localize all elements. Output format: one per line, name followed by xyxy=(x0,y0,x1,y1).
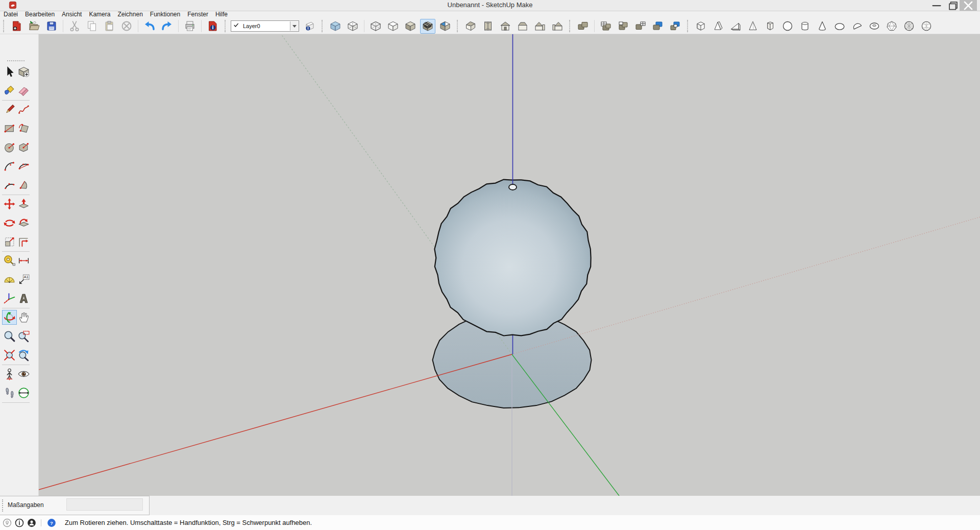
rotate-tool[interactable] xyxy=(2,215,17,230)
print-button[interactable] xyxy=(182,19,198,34)
orbit-tool[interactable] xyxy=(2,310,17,325)
two-point-arc-tool[interactable] xyxy=(16,159,31,174)
pyramid-shape-button[interactable] xyxy=(745,19,761,34)
push-pull-tool[interactable] xyxy=(16,197,31,211)
help-button[interactable]: ? xyxy=(46,518,57,528)
menu-fenster[interactable]: Fenster xyxy=(184,11,212,18)
offset-tool[interactable] xyxy=(16,234,31,249)
toolbar-drag-handle-layers[interactable] xyxy=(225,20,227,32)
toolbar-drag-handle-solid-tools[interactable] xyxy=(569,20,572,32)
toolbar-drag-handle-face-style[interactable] xyxy=(322,20,324,32)
pie-tool[interactable] xyxy=(16,178,31,192)
circle-tool[interactable] xyxy=(2,140,17,155)
menu-hilfe[interactable]: Hilfe xyxy=(212,11,231,18)
menu-zeichnen[interactable]: Zeichnen xyxy=(114,11,146,18)
wedge-shape-button[interactable] xyxy=(728,19,743,34)
shaded-textures-button[interactable] xyxy=(420,19,435,34)
right-view-button[interactable] xyxy=(550,19,565,34)
layer-manager-button[interactable] xyxy=(302,19,317,34)
back-edges-button[interactable] xyxy=(345,19,360,34)
new-file-button[interactable] xyxy=(9,19,24,34)
geodesic-sphere-shape-button[interactable] xyxy=(901,19,917,34)
3d-text-tool[interactable] xyxy=(16,291,31,306)
follow-me-tool[interactable] xyxy=(16,215,31,230)
geolocation-button[interactable] xyxy=(2,518,12,528)
box-shape-button[interactable] xyxy=(693,19,708,34)
eraser-tool[interactable] xyxy=(16,83,31,98)
prism-shape-button[interactable] xyxy=(710,19,726,34)
xray-button[interactable] xyxy=(328,19,343,34)
section-plane-tool[interactable] xyxy=(16,386,31,400)
line-tool[interactable] xyxy=(2,102,17,117)
half-cylinder-shape-button[interactable] xyxy=(849,19,865,34)
sphere[interactable] xyxy=(434,180,591,336)
measurements-input[interactable] xyxy=(66,498,143,511)
menu-datei[interactable]: Datei xyxy=(0,11,21,18)
paint-bucket-tool[interactable] xyxy=(2,83,17,98)
trim-button[interactable] xyxy=(650,19,666,34)
cylinder-solid-shape-button[interactable] xyxy=(763,19,778,34)
freehand-tool[interactable] xyxy=(16,102,31,117)
toolbar-drag-handle-shapes[interactable] xyxy=(687,20,690,32)
position-camera-tool[interactable] xyxy=(2,367,17,381)
zoom-window-tool[interactable] xyxy=(16,329,31,344)
icosahedron-shape-button[interactable] xyxy=(884,19,899,34)
ellipsoid-shape-button[interactable] xyxy=(832,19,847,34)
undo-button[interactable] xyxy=(142,19,157,34)
top-view-button[interactable] xyxy=(480,19,496,34)
hidden-line-button[interactable] xyxy=(385,19,401,34)
rotated-rectangle-tool[interactable] xyxy=(16,121,31,136)
sphere-shape-button[interactable] xyxy=(780,19,795,34)
cut-button[interactable] xyxy=(67,19,82,34)
cone-shape-button[interactable] xyxy=(815,19,830,34)
front-view-button[interactable] xyxy=(498,19,513,34)
viewport-3d[interactable] xyxy=(39,34,980,496)
polygon-tool[interactable] xyxy=(16,140,31,155)
outer-shell-button[interactable] xyxy=(575,19,591,34)
text-tool[interactable]: A1 xyxy=(16,272,31,287)
layer-dropdown[interactable]: Layer0 xyxy=(231,20,299,32)
intersect-button[interactable] xyxy=(598,19,614,34)
left-view-button[interactable] xyxy=(532,19,548,34)
menu-kamera[interactable]: Kamera xyxy=(85,11,114,18)
chevron-down-icon[interactable] xyxy=(290,21,299,31)
close-button[interactable] xyxy=(960,0,977,11)
copy-button[interactable] xyxy=(84,19,100,34)
pan-tool[interactable] xyxy=(16,310,31,325)
shaded-button[interactable] xyxy=(403,19,418,34)
minimize-button[interactable] xyxy=(929,0,944,11)
axes-tool[interactable] xyxy=(2,291,17,306)
scale-tool[interactable] xyxy=(2,234,17,249)
union-button[interactable] xyxy=(616,19,631,34)
open-file-button[interactable] xyxy=(27,19,42,34)
walk-tool[interactable] xyxy=(2,386,17,400)
model-canvas[interactable] xyxy=(39,34,980,496)
menu-bearbeiten[interactable]: Bearbeiten xyxy=(21,11,58,18)
zoom-tool[interactable] xyxy=(2,329,17,344)
toolbar-drag-handle-views[interactable] xyxy=(457,20,459,32)
three-point-arc-tool[interactable] xyxy=(2,178,17,192)
back-view-button[interactable] xyxy=(515,19,530,34)
toolbar-drag-handle-standard[interactable] xyxy=(3,20,6,32)
arc-tool[interactable] xyxy=(2,159,17,174)
monochrome-button[interactable] xyxy=(437,19,453,34)
menu-funktionen[interactable]: Funktionen xyxy=(146,11,184,18)
zoom-previous-tool[interactable] xyxy=(16,348,31,363)
select-tool[interactable] xyxy=(2,64,17,79)
iso-view-button[interactable] xyxy=(463,19,478,34)
move-tool[interactable] xyxy=(2,197,17,211)
split-button[interactable] xyxy=(668,19,683,34)
zoom-extents-tool[interactable] xyxy=(2,348,17,363)
menu-ansicht[interactable]: Ansicht xyxy=(58,11,85,18)
save-button[interactable] xyxy=(44,19,59,34)
subtract-button[interactable] xyxy=(633,19,648,34)
measurements-drag-handle[interactable] xyxy=(2,499,5,512)
protractor-tool[interactable] xyxy=(2,272,17,287)
look-around-tool[interactable] xyxy=(16,367,31,381)
torus-shape-button[interactable] xyxy=(867,19,882,34)
rectangle-tool[interactable] xyxy=(2,121,17,136)
cylinder-shape-button[interactable] xyxy=(797,19,813,34)
model-info-button[interactable] xyxy=(205,19,220,34)
tape-measure-tool[interactable] xyxy=(2,253,17,268)
palette-drag-handle[interactable] xyxy=(7,60,24,63)
